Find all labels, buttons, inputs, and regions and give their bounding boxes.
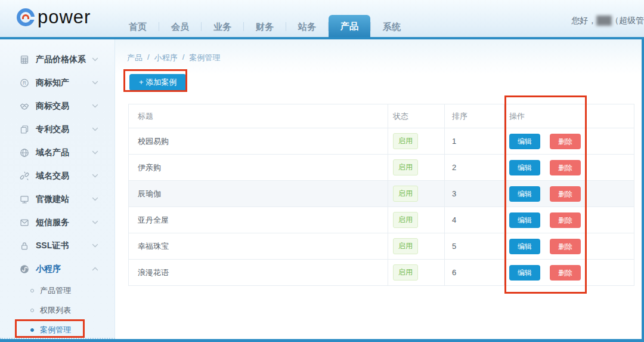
cell-actions: 编辑删除 (504, 233, 634, 260)
nav-tab-2[interactable]: 业务 (202, 17, 243, 37)
sidebar: 产品价格体系R商标知产商标交易专利交易域名产品域名交易官微建站短信服务SSL证书… (0, 39, 115, 339)
chevron-down-icon (92, 57, 98, 61)
redacted-username: ███ (596, 16, 611, 25)
page: power 首页会员业务财务站务产品系统 您好，███（超级管 产品价格体系R商… (0, 0, 644, 342)
sidebar-item-label: 域名交易 (36, 171, 92, 181)
table-row: 辰瑜伽启用3编辑删除 (129, 181, 634, 207)
top-header: power 首页会员业务财务站务产品系统 您好，███（超级管 (0, 0, 644, 39)
sidebar-item-7[interactable]: 短信服务 (0, 211, 114, 234)
cell-actions: 编辑删除 (504, 128, 634, 155)
header-row: 标题状态排序操作 (129, 104, 634, 128)
edit-button[interactable]: 编辑 (509, 265, 540, 281)
sidebar-item-3[interactable]: 专利交易 (0, 118, 114, 141)
delete-button[interactable]: 删除 (550, 239, 581, 254)
sidebar-item-8[interactable]: SSL证书 (0, 234, 114, 257)
edit-button[interactable]: 编辑 (509, 239, 540, 254)
sidebar-item-0[interactable]: 产品价格体系 (0, 48, 114, 71)
handshake-icon (20, 101, 30, 111)
breadcrumb-separator: / (182, 53, 185, 63)
delete-button[interactable]: 删除 (550, 212, 581, 228)
sidebar-item-9[interactable]: 小程序 (0, 257, 114, 281)
nav-tab-5[interactable]: 产品 (329, 15, 370, 37)
svg-text:R: R (23, 80, 26, 86)
status-badge: 启用 (393, 264, 418, 281)
table-row: 校园易购启用1编辑删除 (129, 128, 634, 155)
cell-status: 启用 (388, 260, 445, 286)
sidebar-item-2[interactable]: 商标交易 (0, 94, 114, 118)
sidebar-subitem-label: 产品管理 (40, 285, 71, 296)
sidebar-subitem-1[interactable]: 权限列表 (0, 300, 114, 320)
chevron-down-icon (92, 197, 98, 201)
greeting-prefix: 您好， (571, 16, 596, 25)
column-header-order: 排序 (445, 104, 504, 128)
sidebar-item-label: 官微建站 (36, 194, 92, 205)
delete-button[interactable]: 删除 (550, 186, 581, 202)
nav-tab-0[interactable]: 首页 (117, 17, 159, 37)
cell-actions: 编辑删除 (504, 260, 634, 286)
case-table-head: 标题状态排序操作 (129, 104, 634, 128)
breadcrumb: 产品/小程序/案例管理 (127, 53, 642, 63)
cell-actions: 编辑删除 (504, 207, 634, 233)
greeting-suffix: （超级管 (611, 16, 644, 25)
sidebar-item-label: SSL证书 (36, 241, 92, 251)
edit-button[interactable]: 编辑 (509, 160, 540, 175)
cell-order: 2 (445, 155, 504, 181)
sidebar-item-4[interactable]: 域名产品 (0, 141, 114, 164)
cell-status: 启用 (388, 155, 445, 181)
cell-order: 4 (445, 207, 504, 233)
nav-tab-1[interactable]: 会员 (159, 17, 201, 37)
status-badge: 启用 (393, 186, 418, 202)
table-row: 伊亲购启用2编辑删除 (129, 155, 634, 181)
table-row: 亚丹全屋启用4编辑删除 (129, 207, 634, 233)
delete-button[interactable]: 删除 (550, 265, 581, 281)
sidebar-item-label: 商标交易 (36, 101, 92, 112)
column-header-status: 状态 (388, 104, 445, 128)
sidebar-item-1[interactable]: R商标知产 (0, 71, 114, 94)
sidebar-item-label: 短信服务 (36, 217, 92, 228)
sidebar-item-6[interactable]: 官微建站 (0, 187, 114, 211)
registered-trademark-icon: R (20, 78, 30, 88)
cell-status: 启用 (388, 128, 445, 155)
edit-button[interactable]: 编辑 (509, 212, 540, 228)
nav-tab-4[interactable]: 站务 (286, 17, 328, 37)
breadcrumb-item-0[interactable]: 产品 (127, 53, 143, 63)
cell-title: 亚丹全屋 (129, 207, 388, 233)
edit-button[interactable]: 编辑 (509, 186, 540, 202)
chevron-up-icon (92, 267, 98, 271)
cell-order: 1 (445, 128, 504, 155)
nav-tabs: 首页会员业务财务站务产品系统 (117, 0, 413, 37)
cell-status: 启用 (388, 233, 445, 260)
cell-actions: 编辑删除 (504, 181, 634, 207)
sidebar-item-label: 小程序 (36, 264, 92, 275)
cell-title: 辰瑜伽 (129, 181, 388, 207)
chevron-down-icon (92, 174, 98, 178)
sidebar-submenu: 产品管理权限列表案例管理 (0, 281, 114, 340)
sidebar-subitem-0[interactable]: 产品管理 (0, 281, 114, 300)
status-badge: 启用 (393, 159, 418, 175)
user-greeting: 您好，███（超级管 (571, 16, 644, 26)
sidebar-subitem-2[interactable]: 案例管理 (0, 320, 114, 340)
bullet-icon (30, 289, 34, 292)
sidebar-item-label: 商标知产 (36, 78, 92, 88)
nav-tab-3[interactable]: 财务 (244, 17, 286, 37)
column-header-actions: 操作 (504, 104, 634, 128)
chevron-down-icon (92, 150, 98, 155)
chevron-down-icon (92, 244, 98, 248)
edit-button[interactable]: 编辑 (509, 134, 540, 149)
delete-button[interactable]: 删除 (550, 160, 581, 175)
table-row: 浪漫花语启用6编辑删除 (129, 260, 634, 286)
breadcrumb-item-1[interactable]: 小程序 (154, 53, 178, 63)
delete-button[interactable]: 删除 (550, 134, 581, 149)
add-case-button[interactable]: + 添加案例 (129, 74, 186, 91)
body-row: 产品价格体系R商标知产商标交易专利交易域名产品域名交易官微建站短信服务SSL证书… (0, 39, 644, 339)
status-badge: 启用 (393, 238, 418, 254)
cell-order: 3 (445, 181, 504, 207)
main-content: 产品/小程序/案例管理 + 添加案例 标题状态排序操作 校园易购启用1编辑删除伊… (115, 39, 642, 339)
nav-tab-6[interactable]: 系统 (371, 17, 413, 37)
status-badge: 启用 (393, 133, 418, 149)
sidebar-subitem-label: 案例管理 (40, 325, 71, 335)
breadcrumb-item-2[interactable]: 案例管理 (189, 53, 220, 63)
sidebar-item-5[interactable]: 域名交易 (0, 164, 114, 187)
chevron-down-icon (92, 220, 98, 224)
copy-documents-icon (20, 125, 30, 134)
